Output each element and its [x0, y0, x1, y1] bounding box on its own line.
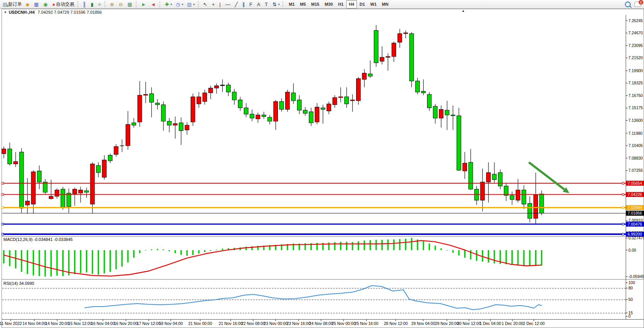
line-handle[interactable]: [622, 207, 624, 208]
time-tick-label: 1 Dec 04:00: [480, 321, 501, 326]
candle-body: [279, 102, 284, 110]
line-handle[interactable]: [622, 182, 624, 184]
line-handle[interactable]: [622, 223, 624, 225]
line-handle[interactable]: [622, 233, 624, 235]
tile-windows-button[interactable]: ▦: [125, 0, 135, 8]
price-tick-label: 7.08830: [628, 156, 643, 160]
timeframe-h4-button[interactable]: H4: [346, 0, 357, 8]
candle-body: [327, 104, 331, 111]
candle-body: [457, 116, 461, 170]
text-label-button[interactable]: T: [263, 0, 271, 8]
new-order-button[interactable]: ▤+新订单: [1, 0, 24, 8]
macd-bar: [482, 250, 483, 262]
bars-chart-button[interactable]: ║: [81, 0, 89, 8]
timeframe-m5-button[interactable]: M5: [297, 0, 308, 8]
chat-icon[interactable]: 1: [634, 2, 641, 7]
chevron-down-icon[interactable]: ▾: [193, 3, 195, 6]
time-tick-label: 1 Dec 20:00: [502, 321, 524, 326]
macd-bar: [523, 250, 525, 266]
hline-7.01856[interactable]: 7.01856: [2, 211, 644, 216]
line-handle[interactable]: [2, 182, 4, 184]
cursor-button[interactable]: ↖: [201, 0, 210, 8]
candle-body: [203, 93, 207, 102]
candlestick-chart-button[interactable]: ▮: [89, 0, 96, 8]
line-handle[interactable]: [2, 223, 4, 225]
chart-history-button[interactable]: ◆: [24, 0, 32, 8]
horizontal-line: [2, 233, 626, 235]
periods-button[interactable]: ◷▾: [174, 0, 185, 8]
horizontal-line-button[interactable]: —: [223, 0, 233, 8]
tile-windows-icon: ▦: [127, 2, 132, 7]
timeframe-h1-button[interactable]: H1: [336, 0, 346, 8]
trendline-button[interactable]: ╱: [233, 0, 241, 8]
chart-title-bar[interactable]: ▼ USDCNH-,H4 7.04292 7.04729 7.01596 7.0…: [2, 10, 102, 15]
templates-button[interactable]: ▨▾: [185, 0, 196, 8]
candle-body: [410, 34, 414, 81]
equidistant-channel-button[interactable]: ∥: [240, 0, 247, 8]
macd-bar: [476, 250, 477, 261]
timeframe-m30-button[interactable]: M30: [322, 0, 335, 8]
chevron-down-icon[interactable]: ▾: [170, 3, 172, 6]
macd-bar: [74, 250, 75, 274]
macd-pane[interactable]: MACD(12,26,9) -0.034841 -0.0338450.02747…: [3, 236, 644, 279]
trendline-icon: ╱: [235, 2, 238, 7]
zoom-out-icon: ⊖: [119, 2, 123, 7]
time-axis[interactable]: 11 Nov 202214 Nov 04:0014 Nov 20:0015 No…: [0, 320, 544, 326]
autotrading-button[interactable]: ●自动交易: [50, 0, 76, 8]
candle-wick: [216, 83, 217, 94]
toolbar-group-3: ►◄: [139, 0, 158, 8]
indicators-button[interactable]: ✚▾: [163, 0, 174, 8]
macd-bar: [387, 239, 389, 250]
chevron-down-icon[interactable]: ▾: [181, 3, 183, 6]
timeframe-m15-button[interactable]: M15: [308, 0, 322, 8]
indicators-icon: ✚: [165, 2, 169, 7]
text-button[interactable]: A: [255, 0, 263, 8]
hline-7.00476[interactable]: 7.00476: [2, 221, 644, 226]
macd-bar: [121, 250, 123, 267]
timeframe-w1-button[interactable]: W1: [368, 0, 379, 8]
vertical-line-button[interactable]: |: [217, 0, 223, 8]
search-icon[interactable]: [625, 2, 631, 7]
hline-7.04226[interactable]: 7.04226: [2, 192, 644, 197]
zoom-in-button[interactable]: ⊕: [108, 0, 117, 8]
navigator-button[interactable]: ◉: [42, 0, 50, 8]
candle-body: [445, 110, 449, 115]
timeframe-d1-button[interactable]: D1: [357, 0, 368, 8]
hline-6.99200[interactable]: 6.99200: [2, 232, 644, 237]
chart-canvas[interactable]: 7.262457.246707.230957.215207.199007.183…: [0, 0, 644, 328]
trend-arrow[interactable]: [529, 162, 569, 193]
auto-scroll-button[interactable]: ►: [139, 0, 149, 8]
fibonacci-button[interactable]: F: [247, 0, 255, 8]
line-handle[interactable]: [2, 233, 4, 235]
line-handle[interactable]: [622, 194, 624, 196]
chart-shift-button[interactable]: ◄: [149, 0, 158, 8]
pane-separator[interactable]: [2, 280, 644, 280]
macd-bar: [9, 250, 11, 266]
pane-separator[interactable]: [2, 237, 644, 237]
price-tick-label: 7.10405: [628, 143, 643, 148]
timeframe-mn-button[interactable]: MN: [379, 0, 391, 8]
line-handle[interactable]: [2, 207, 4, 208]
crosshair-button[interactable]: +: [210, 0, 218, 8]
price-axis[interactable]: 7.262457.246707.230957.215207.199007.183…: [626, 18, 643, 235]
pane-separator[interactable]: [2, 236, 644, 237]
macd-bar: [204, 250, 206, 252]
hline-7.02569[interactable]: 7.02569: [2, 205, 644, 210]
pane-separator[interactable]: [2, 279, 644, 280]
timeframe-m1-button[interactable]: M1: [286, 0, 297, 8]
rsi-pane[interactable]: RSI(14) 34.09901008050150: [2, 280, 635, 318]
hline-7.05654[interactable]: 7.05654: [2, 181, 644, 186]
market-watch-button[interactable]: ▦: [32, 0, 41, 8]
line-handle[interactable]: [2, 194, 4, 196]
price-axis-border[interactable]: [626, 15, 626, 319]
zoom-out-button[interactable]: ⊖: [117, 0, 125, 8]
candle-body: [374, 31, 378, 63]
chevron-down-icon[interactable]: ▾: [278, 3, 279, 6]
line-chart-button[interactable]: ≈: [96, 0, 103, 8]
collapse-triangle-icon[interactable]: ▼: [4, 11, 7, 14]
time-tick-label: 14 Nov 20:00: [45, 321, 69, 326]
candle-body: [368, 74, 373, 76]
chart-ohlc-values: 7.04292 7.04729 7.01596 7.01856: [38, 10, 102, 15]
arrows-button[interactable]: ⇅▾: [271, 0, 282, 8]
macd-bar: [116, 250, 117, 269]
